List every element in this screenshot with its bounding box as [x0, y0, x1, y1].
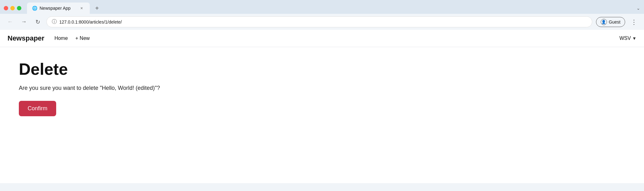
active-tab[interactable]: 🌐 Newspaper App × — [27, 3, 90, 14]
app-content: Newspaper Home + New WSV ▼ Delete Are yo… — [0, 30, 644, 183]
confirm-delete-button[interactable]: Confirm — [19, 101, 56, 116]
user-menu[interactable]: WSV ▼ — [620, 35, 636, 41]
app-brand-link[interactable]: Newspaper — [8, 34, 44, 42]
forward-button[interactable]: → — [19, 17, 29, 27]
reload-button[interactable]: ↻ — [33, 17, 43, 27]
back-button[interactable]: ← — [5, 17, 15, 27]
tab-dropdown-button[interactable]: ⌄ — [636, 6, 640, 11]
address-text: 127.0.0.1:8000/articles/1/delete/ — [59, 19, 122, 25]
page-heading: Delete — [19, 60, 625, 79]
address-bar-row: ← → ↻ ⓘ 127.0.0.1:8000/articles/1/delete… — [0, 14, 644, 30]
tab-bar: 🌐 Newspaper App × + ⌄ — [4, 3, 640, 14]
guest-label: Guest — [609, 19, 620, 25]
close-window-button[interactable] — [4, 6, 8, 10]
guest-profile-button[interactable]: 👤 Guest — [596, 17, 625, 27]
tab-title-label: Newspaper App — [40, 6, 76, 11]
window-controls — [4, 6, 21, 10]
home-nav-link[interactable]: Home — [52, 34, 70, 42]
page-content: Delete Are you sure you want to delete "… — [0, 47, 644, 129]
user-dropdown-arrow-icon: ▼ — [632, 36, 636, 41]
browser-chrome: 🌐 Newspaper App × + ⌄ — [0, 0, 644, 14]
guest-avatar-icon: 👤 — [601, 19, 607, 25]
tab-favicon-icon: 🌐 — [32, 6, 37, 11]
app-nav-links: Home + New — [52, 34, 619, 42]
minimize-window-button[interactable] — [10, 6, 15, 10]
browser-menu-button[interactable]: ⋮ — [629, 17, 639, 27]
info-icon: ⓘ — [52, 19, 57, 25]
user-label: WSV — [620, 35, 631, 41]
maximize-window-button[interactable] — [17, 6, 21, 10]
new-article-nav-link[interactable]: + New — [73, 34, 92, 42]
confirm-question-text: Are you sure you want to delete "Hello, … — [19, 85, 625, 91]
new-tab-button[interactable]: + — [92, 3, 102, 13]
close-tab-button[interactable]: × — [78, 5, 85, 11]
app-navbar: Newspaper Home + New WSV ▼ — [0, 30, 644, 47]
address-bar[interactable]: ⓘ 127.0.0.1:8000/articles/1/delete/ — [46, 16, 592, 27]
